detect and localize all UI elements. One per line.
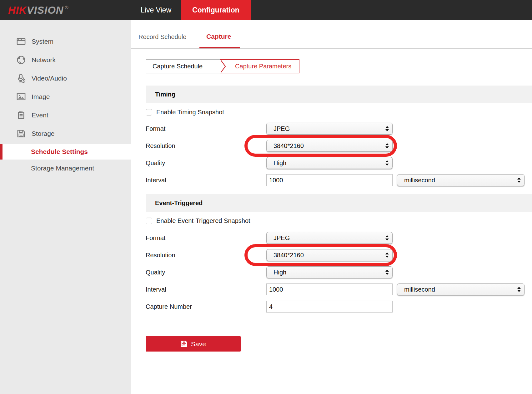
sidebar: System Network Video/Audio	[0, 20, 131, 394]
interval-label: Interval	[146, 283, 166, 295]
timing-interval-unit-value: millisecond	[404, 177, 435, 184]
event-interval-row: Interval millisecond	[146, 283, 532, 295]
sidebar-item-schedule-settings[interactable]: Schedule Settings	[0, 144, 131, 160]
hikvision-logo: HIKVISION®	[8, 0, 69, 20]
enable-event-triggered-snapshot-checkbox[interactable]	[146, 218, 152, 224]
top-bar: HIKVISION® Live View Configuration	[0, 0, 532, 20]
timing-format-value: JPEG	[274, 125, 290, 132]
tab-record-schedule[interactable]: Record Schedule	[138, 33, 186, 41]
event-interval-unit-value: millisecond	[404, 286, 435, 293]
enable-event-triggered-snapshot-row: Enable Event-Triggered Snapshot	[146, 217, 250, 225]
select-arrows-icon	[385, 253, 389, 258]
timing-interval-row: Interval millisecond	[146, 174, 532, 186]
globe-icon	[16, 55, 26, 65]
event-triggered-section-header: Event-Triggered	[146, 194, 532, 212]
sidebar-item-label: System	[32, 38, 53, 45]
sidebar-item-label: Image	[32, 93, 50, 101]
event-triggered-section-title: Event-Triggered	[155, 199, 203, 206]
timing-quality-select[interactable]: High	[266, 157, 393, 169]
event-resolution-row: Resolution 3840*2160	[146, 249, 532, 261]
timing-quality-row: Quality High	[146, 157, 532, 169]
timing-resolution-row: Resolution 3840*2160	[146, 140, 532, 152]
timing-interval-input[interactable]	[266, 174, 393, 186]
sidebar-item-label: Storage	[32, 130, 55, 137]
enable-event-triggered-snapshot-label: Enable Event-Triggered Snapshot	[156, 217, 250, 224]
capture-subtabs: Capture Schedule Capture Parameters	[146, 59, 299, 73]
quality-label: Quality	[146, 266, 165, 278]
nav-tab-configuration[interactable]: Configuration	[181, 0, 251, 20]
enable-timing-snapshot-label: Enable Timing Snapshot	[156, 109, 224, 116]
main-content: Record Schedule Capture Capture Schedule…	[131, 20, 532, 394]
microphone-icon	[16, 74, 26, 83]
select-arrows-icon	[385, 143, 389, 149]
sidebar-item-storage[interactable]: Storage	[0, 127, 131, 140]
select-arrows-icon	[385, 126, 389, 131]
timing-section-header: Timing	[146, 86, 532, 103]
save-button-label: Save	[191, 340, 206, 348]
sidebar-item-image[interactable]: Image	[0, 90, 131, 104]
sidebar-item-video-audio[interactable]: Video/Audio	[0, 71, 131, 85]
event-quality-select[interactable]: High	[266, 266, 393, 278]
format-label: Format	[146, 123, 165, 135]
save-button[interactable]: Save	[146, 336, 241, 352]
timing-interval-unit-select[interactable]: millisecond	[397, 174, 524, 186]
event-notepad-icon	[16, 111, 26, 120]
resolution-label: Resolution	[146, 249, 175, 261]
subtab-capture-schedule[interactable]: Capture Schedule	[146, 59, 220, 73]
resolution-label: Resolution	[146, 140, 175, 152]
timing-section-title: Timing	[155, 91, 175, 98]
format-label: Format	[146, 232, 165, 244]
logo-registered-mark: ®	[65, 5, 69, 10]
sidebar-item-label: Network	[32, 56, 56, 64]
tabs-divider	[131, 48, 532, 49]
nav-tab-live-view[interactable]: Live View	[131, 0, 181, 20]
subtab-capture-parameters[interactable]: Capture Parameters	[228, 59, 299, 73]
image-icon	[16, 92, 26, 102]
event-interval-input[interactable]	[266, 283, 393, 295]
timing-resolution-select[interactable]: 3840*2160	[266, 140, 393, 152]
select-arrows-icon	[517, 178, 521, 183]
logo-vision: VISION	[27, 4, 64, 16]
sidebar-item-network[interactable]: Network	[0, 53, 131, 67]
top-nav: Live View Configuration	[131, 0, 251, 20]
tab-capture[interactable]: Capture	[206, 33, 231, 40]
event-quality-value: High	[274, 269, 286, 276]
event-quality-row: Quality High	[146, 266, 532, 278]
selected-indicator-bar	[0, 144, 3, 160]
save-disk-icon	[180, 340, 188, 347]
sidebar-item-storage-management[interactable]: Storage Management	[0, 161, 131, 176]
event-resolution-select[interactable]: 3840*2160	[266, 249, 393, 261]
sidebar-item-label: Storage Management	[31, 165, 94, 172]
event-interval-unit-select[interactable]: millisecond	[397, 283, 524, 295]
subtab-chevron-icon	[220, 59, 228, 73]
timing-format-row: Format JPEG	[146, 123, 532, 135]
sidebar-item-label: Schedule Settings	[31, 148, 88, 155]
select-arrows-icon	[517, 287, 521, 292]
sidebar-item-event[interactable]: Event	[0, 108, 131, 122]
event-format-value: JPEG	[274, 234, 290, 242]
sidebar-item-label: Video/Audio	[32, 75, 67, 82]
select-arrows-icon	[385, 235, 389, 241]
select-arrows-icon	[385, 160, 389, 166]
timing-resolution-value: 3840*2160	[274, 142, 304, 150]
enable-timing-snapshot-row: Enable Timing Snapshot	[146, 108, 224, 116]
system-window-icon	[16, 37, 26, 47]
event-resolution-value: 3840*2160	[274, 252, 304, 259]
capture-number-input[interactable]	[266, 301, 393, 313]
sidebar-item-label: Event	[32, 111, 48, 119]
event-format-row: Format JPEG	[146, 232, 532, 244]
sidebar-item-system[interactable]: System	[0, 35, 131, 48]
event-format-select[interactable]: JPEG	[266, 232, 393, 244]
storage-disk-icon	[16, 129, 26, 139]
interval-label: Interval	[146, 174, 166, 186]
logo-hik: HIK	[8, 4, 27, 16]
quality-label: Quality	[146, 157, 165, 169]
capture-number-row: Capture Number	[146, 301, 532, 313]
select-arrows-icon	[385, 270, 389, 275]
enable-timing-snapshot-checkbox[interactable]	[146, 109, 152, 116]
capture-number-label: Capture Number	[146, 301, 192, 313]
timing-format-select[interactable]: JPEG	[266, 123, 393, 135]
timing-quality-value: High	[274, 160, 286, 167]
